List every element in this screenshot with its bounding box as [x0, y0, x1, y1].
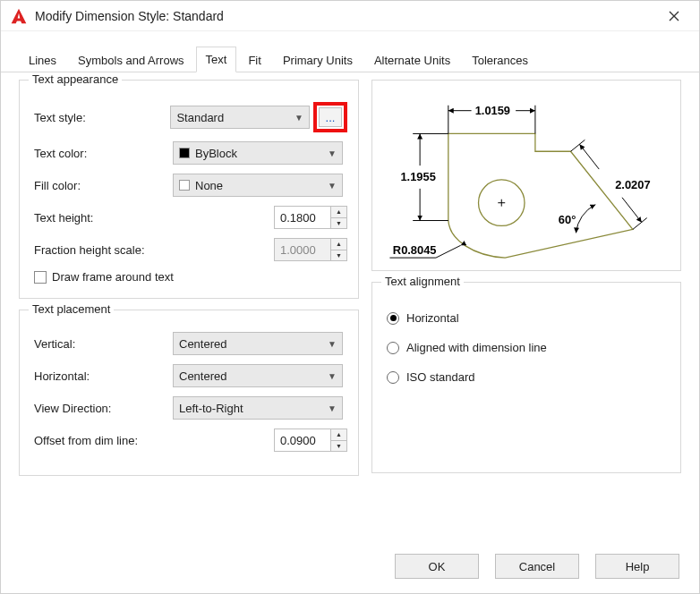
close-icon	[669, 11, 679, 21]
spin-up-icon: ▲	[331, 239, 346, 250]
spin-up-icon: ▲	[331, 429, 346, 441]
radio-horizontal-label: Horizontal	[406, 311, 459, 325]
svg-line-12	[622, 198, 642, 223]
close-button[interactable]	[658, 4, 690, 29]
color-swatch-black	[179, 148, 190, 158]
checkbox-box	[34, 271, 47, 284]
tab-fit[interactable]: Fit	[238, 47, 270, 72]
tab-symbols-arrows[interactable]: Symbols and Arrows	[68, 47, 194, 72]
spinner-offset[interactable]: ▲ ▼	[331, 429, 347, 452]
checkbox-draw-frame-label: Draw frame around text	[52, 270, 174, 284]
svg-line-9	[571, 140, 585, 151]
label-text-style: Text style:	[34, 111, 170, 124]
input-text-height[interactable]: 0.1800	[274, 206, 331, 229]
group-text-appearance: Text appearance Text style: Standard ▼ .…	[19, 80, 359, 299]
label-text-height: Text height:	[34, 211, 173, 225]
preview-dim-diag: 2.0207	[615, 178, 650, 191]
spin-down-icon: ▼	[331, 441, 346, 452]
chevron-down-icon: ▼	[328, 371, 337, 381]
text-style-browse-button[interactable]: ...	[319, 107, 342, 127]
radio-aligned-label: Aligned with dimension line	[406, 341, 547, 354]
color-swatch-none	[179, 180, 190, 191]
svg-line-13	[436, 245, 461, 258]
tab-primary-units[interactable]: Primary Units	[273, 47, 363, 72]
group-text-placement: Text placement Vertical: Centered ▼ Hori…	[19, 310, 359, 476]
ellipsis-icon: ...	[326, 111, 336, 124]
chevron-down-icon: ▼	[328, 181, 337, 191]
group-text-alignment: Text alignment Horizontal Aligned with d…	[371, 282, 681, 473]
tab-lines[interactable]: Lines	[19, 47, 66, 72]
label-vertical: Vertical:	[34, 337, 173, 351]
input-fraction-scale-value: 1.0000	[280, 243, 316, 257]
combo-view-direction[interactable]: Left-to-Right ▼	[173, 396, 343, 420]
radio-aligned[interactable]: Aligned with dimension line	[387, 341, 670, 354]
preview-dim-top: 1.0159	[475, 104, 510, 117]
spinner-fraction-scale: ▲ ▼	[331, 238, 347, 261]
radio-dot	[387, 342, 399, 354]
chevron-down-icon: ▼	[328, 148, 337, 158]
spinner-text-height[interactable]: ▲ ▼	[331, 206, 347, 229]
spin-up-icon: ▲	[331, 207, 346, 218]
dimension-preview: 1.0159 1.1955 2.0207 60° R0.8045	[371, 80, 681, 271]
dialog-button-bar: OK Cancel Help	[395, 554, 679, 579]
legend-appearance: Text appearance	[29, 72, 122, 86]
legend-placement: Text placement	[29, 302, 114, 316]
combo-vertical-value: Centered	[179, 337, 226, 351]
label-offset: Offset from dim line:	[34, 434, 195, 447]
radio-dot	[387, 312, 399, 325]
ok-button[interactable]: OK	[395, 554, 479, 579]
right-column: 1.0159 1.1955 2.0207 60° R0.8045	[371, 80, 681, 487]
checkbox-draw-frame[interactable]: Draw frame around text	[34, 270, 347, 284]
highlight-box: ...	[313, 102, 347, 132]
tab-content: Text appearance Text style: Standard ▼ .…	[1, 72, 699, 487]
input-text-height-value: 0.1800	[280, 211, 316, 225]
tab-alternate-units[interactable]: Alternate Units	[364, 47, 460, 72]
left-column: Text appearance Text style: Standard ▼ .…	[19, 80, 359, 487]
tab-text[interactable]: Text	[196, 47, 237, 72]
label-text-color: Text color:	[34, 147, 173, 160]
window-title: Modify Dimension Style: Standard	[35, 9, 224, 23]
combo-fill-color-value: None	[195, 179, 223, 192]
radio-dot	[387, 371, 399, 384]
tab-tolerances[interactable]: Tolerances	[462, 47, 538, 72]
combo-horizontal-value: Centered	[179, 369, 226, 383]
spin-down-icon: ▼	[331, 218, 346, 229]
label-view-direction: View Direction:	[34, 402, 173, 415]
label-fill-color: Fill color:	[34, 179, 173, 192]
label-fraction-scale: Fraction height scale:	[34, 243, 195, 257]
titlebar: Modify Dimension Style: Standard	[1, 1, 699, 31]
spin-down-icon: ▼	[331, 250, 346, 261]
preview-dim-angle: 60°	[559, 213, 576, 226]
legend-alignment: Text alignment	[381, 275, 464, 288]
combo-vertical[interactable]: Centered ▼	[173, 332, 343, 355]
label-horizontal: Horizontal:	[34, 369, 173, 383]
cancel-button[interactable]: Cancel	[495, 554, 579, 579]
input-offset[interactable]: 0.0900	[274, 429, 331, 452]
combo-text-color-value: ByBlock	[195, 147, 237, 160]
preview-dim-radius: R0.8045	[393, 243, 437, 257]
radio-iso[interactable]: ISO standard	[387, 370, 670, 384]
tab-strip: Lines Symbols and Arrows Text Fit Primar…	[1, 31, 699, 72]
combo-text-color[interactable]: ByBlock ▼	[173, 141, 343, 165]
chevron-down-icon: ▼	[328, 339, 337, 349]
combo-text-style[interactable]: Standard ▼	[170, 106, 310, 129]
input-offset-value: 0.0900	[280, 434, 316, 447]
radio-iso-label: ISO standard	[406, 370, 475, 384]
chevron-down-icon: ▼	[328, 403, 337, 413]
app-icon	[10, 7, 28, 25]
combo-view-direction-value: Left-to-Right	[179, 402, 243, 415]
chevron-down-icon: ▼	[295, 113, 303, 123]
combo-text-style-value: Standard	[176, 111, 224, 124]
input-fraction-scale: 1.0000	[274, 238, 331, 261]
combo-fill-color[interactable]: None ▼	[173, 174, 343, 197]
preview-dim-left: 1.1955	[400, 170, 435, 183]
combo-horizontal[interactable]: Centered ▼	[173, 364, 343, 387]
help-button[interactable]: Help	[595, 554, 679, 579]
radio-horizontal[interactable]: Horizontal	[387, 311, 670, 325]
